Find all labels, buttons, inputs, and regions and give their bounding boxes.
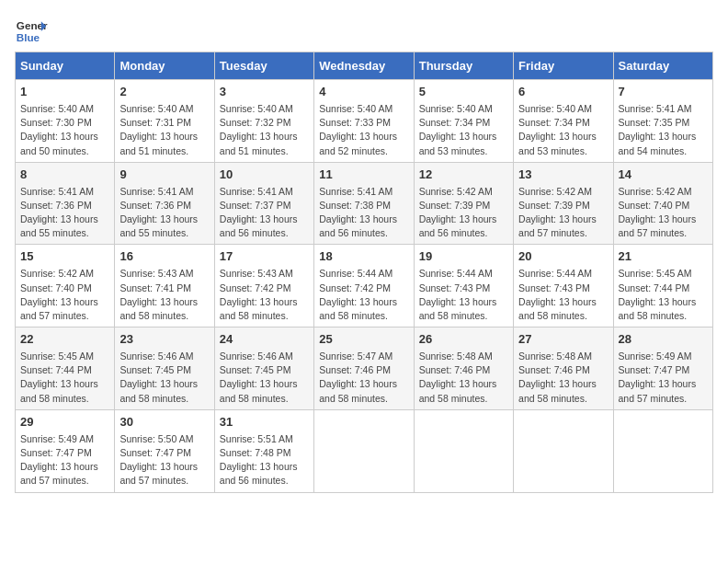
day-info: Sunrise: 5:48 AM Sunset: 7:46 PM Dayligh…: [518, 350, 608, 406]
calendar-cell: 6Sunrise: 5:40 AM Sunset: 7:34 PM Daylig…: [514, 80, 613, 163]
day-info: Sunrise: 5:41 AM Sunset: 7:36 PM Dayligh…: [119, 185, 209, 241]
col-header-wednesday: Wednesday: [314, 52, 414, 80]
day-number: 29: [20, 414, 109, 431]
day-info: Sunrise: 5:46 AM Sunset: 7:45 PM Dayligh…: [220, 350, 309, 406]
day-info: Sunrise: 5:42 AM Sunset: 7:39 PM Dayligh…: [419, 185, 508, 241]
day-info: Sunrise: 5:41 AM Sunset: 7:38 PM Dayligh…: [319, 185, 408, 241]
day-info: Sunrise: 5:40 AM Sunset: 7:34 PM Dayligh…: [518, 102, 608, 158]
day-info: Sunrise: 5:43 AM Sunset: 7:42 PM Dayligh…: [220, 267, 309, 323]
day-info: Sunrise: 5:42 AM Sunset: 7:40 PM Dayligh…: [20, 267, 109, 323]
calendar-cell: 22Sunrise: 5:45 AM Sunset: 7:44 PM Dayli…: [16, 327, 115, 410]
day-number: 20: [518, 248, 608, 266]
day-info: Sunrise: 5:42 AM Sunset: 7:39 PM Dayligh…: [518, 185, 608, 241]
day-number: 28: [619, 331, 708, 349]
day-number: 18: [319, 248, 408, 266]
calendar-cell: 26Sunrise: 5:48 AM Sunset: 7:46 PM Dayli…: [414, 327, 513, 410]
calendar-cell: 16Sunrise: 5:43 AM Sunset: 7:41 PM Dayli…: [115, 245, 214, 327]
day-info: Sunrise: 5:41 AM Sunset: 7:35 PM Dayligh…: [619, 102, 708, 158]
calendar-cell: 30Sunrise: 5:50 AM Sunset: 7:47 PM Dayli…: [115, 409, 214, 492]
day-number: 12: [419, 167, 508, 184]
calendar-cell: 23Sunrise: 5:46 AM Sunset: 7:45 PM Dayli…: [115, 327, 214, 410]
calendar-cell: 25Sunrise: 5:47 AM Sunset: 7:46 PM Dayli…: [314, 327, 414, 410]
day-number: 5: [419, 84, 508, 101]
calendar-week-4: 22Sunrise: 5:45 AM Sunset: 7:44 PM Dayli…: [16, 327, 713, 410]
calendar-cell: [613, 409, 712, 492]
calendar-cell: 27Sunrise: 5:48 AM Sunset: 7:46 PM Dayli…: [514, 327, 613, 410]
calendar-cell: 20Sunrise: 5:44 AM Sunset: 7:43 PM Dayli…: [514, 245, 613, 327]
col-header-sunday: Sunday: [16, 52, 115, 80]
day-info: Sunrise: 5:42 AM Sunset: 7:40 PM Dayligh…: [619, 185, 708, 241]
day-number: 11: [319, 167, 408, 184]
day-info: Sunrise: 5:40 AM Sunset: 7:32 PM Dayligh…: [220, 102, 309, 158]
calendar-cell: 28Sunrise: 5:49 AM Sunset: 7:47 PM Dayli…: [613, 327, 712, 410]
calendar-week-5: 29Sunrise: 5:49 AM Sunset: 7:47 PM Dayli…: [16, 409, 713, 492]
day-number: 6: [518, 84, 608, 101]
col-header-friday: Friday: [514, 52, 613, 80]
calendar-cell: 3Sunrise: 5:40 AM Sunset: 7:32 PM Daylig…: [214, 80, 313, 163]
day-number: 26: [419, 331, 508, 349]
calendar-cell: 9Sunrise: 5:41 AM Sunset: 7:36 PM Daylig…: [115, 162, 214, 245]
day-info: Sunrise: 5:46 AM Sunset: 7:45 PM Dayligh…: [119, 350, 209, 406]
day-number: 24: [220, 331, 309, 349]
day-number: 14: [619, 167, 708, 184]
day-info: Sunrise: 5:50 AM Sunset: 7:47 PM Dayligh…: [119, 432, 209, 488]
day-number: 21: [619, 248, 708, 266]
calendar-cell: 31Sunrise: 5:51 AM Sunset: 7:48 PM Dayli…: [214, 409, 313, 492]
logo-icon: General Blue: [15, 15, 48, 48]
day-info: Sunrise: 5:44 AM Sunset: 7:43 PM Dayligh…: [518, 267, 608, 323]
calendar-cell: 15Sunrise: 5:42 AM Sunset: 7:40 PM Dayli…: [16, 245, 115, 327]
day-number: 16: [119, 248, 209, 266]
calendar-week-3: 15Sunrise: 5:42 AM Sunset: 7:40 PM Dayli…: [16, 245, 713, 327]
calendar-cell: 12Sunrise: 5:42 AM Sunset: 7:39 PM Dayli…: [414, 162, 513, 245]
day-number: 17: [220, 248, 309, 266]
calendar-cell: 18Sunrise: 5:44 AM Sunset: 7:42 PM Dayli…: [314, 245, 414, 327]
day-number: 13: [518, 167, 608, 184]
day-info: Sunrise: 5:40 AM Sunset: 7:31 PM Dayligh…: [119, 102, 209, 158]
calendar-cell: 4Sunrise: 5:40 AM Sunset: 7:33 PM Daylig…: [314, 80, 414, 163]
day-number: 1: [20, 84, 109, 101]
svg-text:Blue: Blue: [17, 31, 40, 43]
day-number: 15: [20, 248, 109, 266]
day-number: 2: [119, 84, 209, 101]
day-number: 10: [220, 167, 309, 184]
calendar-cell: 29Sunrise: 5:49 AM Sunset: 7:47 PM Dayli…: [16, 409, 115, 492]
day-number: 9: [119, 167, 209, 184]
calendar-cell: 14Sunrise: 5:42 AM Sunset: 7:40 PM Dayli…: [613, 162, 712, 245]
day-info: Sunrise: 5:49 AM Sunset: 7:47 PM Dayligh…: [619, 350, 708, 406]
calendar-cell: 17Sunrise: 5:43 AM Sunset: 7:42 PM Dayli…: [214, 245, 313, 327]
day-info: Sunrise: 5:40 AM Sunset: 7:33 PM Dayligh…: [319, 102, 408, 158]
day-number: 3: [220, 84, 309, 101]
calendar-cell: 2Sunrise: 5:40 AM Sunset: 7:31 PM Daylig…: [115, 80, 214, 163]
calendar-week-1: 1Sunrise: 5:40 AM Sunset: 7:30 PM Daylig…: [16, 80, 713, 163]
calendar-cell: 5Sunrise: 5:40 AM Sunset: 7:34 PM Daylig…: [414, 80, 513, 163]
day-info: Sunrise: 5:40 AM Sunset: 7:30 PM Dayligh…: [20, 102, 109, 158]
day-number: 19: [419, 248, 508, 266]
col-header-saturday: Saturday: [613, 52, 712, 80]
calendar-week-2: 8Sunrise: 5:41 AM Sunset: 7:36 PM Daylig…: [16, 162, 713, 245]
calendar-cell: [314, 409, 414, 492]
calendar-cell: 24Sunrise: 5:46 AM Sunset: 7:45 PM Dayli…: [214, 327, 313, 410]
calendar-cell: 11Sunrise: 5:41 AM Sunset: 7:38 PM Dayli…: [314, 162, 414, 245]
day-number: 22: [20, 331, 109, 349]
day-info: Sunrise: 5:40 AM Sunset: 7:34 PM Dayligh…: [419, 102, 508, 158]
day-number: 25: [319, 331, 408, 349]
day-info: Sunrise: 5:43 AM Sunset: 7:41 PM Dayligh…: [119, 267, 209, 323]
day-info: Sunrise: 5:48 AM Sunset: 7:46 PM Dayligh…: [419, 350, 508, 406]
day-number: 31: [220, 414, 309, 431]
day-number: 27: [518, 331, 608, 349]
calendar-cell: [514, 409, 613, 492]
day-number: 4: [319, 84, 408, 101]
calendar-cell: [414, 409, 513, 492]
calendar-table: SundayMondayTuesdayWednesdayThursdayFrid…: [15, 52, 713, 493]
col-header-tuesday: Tuesday: [214, 52, 313, 80]
logo: General Blue: [15, 15, 48, 48]
day-info: Sunrise: 5:45 AM Sunset: 7:44 PM Dayligh…: [619, 267, 708, 323]
calendar-cell: 13Sunrise: 5:42 AM Sunset: 7:39 PM Dayli…: [514, 162, 613, 245]
calendar-cell: 10Sunrise: 5:41 AM Sunset: 7:37 PM Dayli…: [214, 162, 313, 245]
day-number: 30: [119, 414, 209, 431]
calendar-cell: 8Sunrise: 5:41 AM Sunset: 7:36 PM Daylig…: [16, 162, 115, 245]
day-number: 23: [119, 331, 209, 349]
col-header-thursday: Thursday: [414, 52, 513, 80]
day-info: Sunrise: 5:41 AM Sunset: 7:37 PM Dayligh…: [220, 185, 309, 241]
day-info: Sunrise: 5:51 AM Sunset: 7:48 PM Dayligh…: [220, 432, 309, 488]
